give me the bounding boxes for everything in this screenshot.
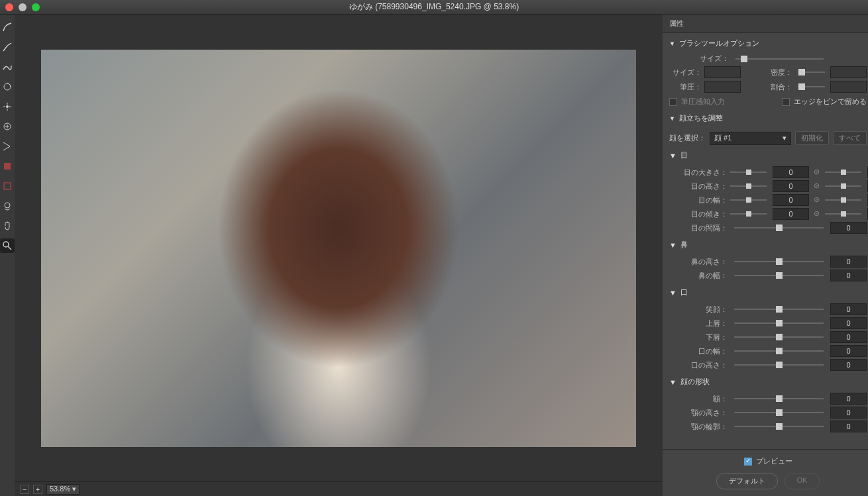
chevron-down-icon: ▼ bbox=[669, 378, 677, 386]
brush-size-slider[interactable] bbox=[735, 54, 824, 64]
section-brush-options[interactable]: ▼ブラシツールオプション bbox=[669, 33, 867, 54]
forehead-input[interactable]: 0 bbox=[830, 393, 867, 405]
face-select-dropdown[interactable]: 顔 #1▾ bbox=[710, 132, 791, 145]
thaw-mask-tool[interactable] bbox=[0, 179, 15, 193]
jawline-slider[interactable] bbox=[734, 422, 824, 431]
chevron-down-icon: ▼ bbox=[669, 115, 675, 122]
default-button[interactable]: デフォルト bbox=[716, 473, 778, 489]
statusbar: − + 53.8% ▾ bbox=[15, 481, 663, 496]
pucker-tool[interactable] bbox=[0, 99, 15, 114]
link-icon[interactable]: ⊘ bbox=[812, 181, 821, 191]
mouth-lower-slider[interactable] bbox=[734, 332, 824, 342]
chin-height-slider[interactable] bbox=[734, 408, 824, 417]
subsection-mouth[interactable]: ▼口 bbox=[669, 283, 867, 301]
nose-height-slider[interactable] bbox=[734, 257, 824, 266]
forward-warp-tool[interactable] bbox=[0, 20, 15, 34]
pin-edges-checkbox[interactable]: エッジをピンで留める bbox=[782, 97, 867, 107]
mouth-upper-slider[interactable] bbox=[734, 319, 824, 328]
face-all-button[interactable]: すべて bbox=[833, 131, 867, 145]
smooth-tool[interactable] bbox=[0, 60, 15, 74]
svg-rect-4 bbox=[4, 183, 11, 189]
svg-point-1 bbox=[6, 105, 9, 108]
chevron-down-icon: ▼ bbox=[669, 152, 677, 160]
mouth-upper-input[interactable]: 0 bbox=[830, 317, 867, 329]
chevron-down-icon: ▼ bbox=[669, 289, 677, 297]
brush-pressure-input[interactable] bbox=[704, 81, 741, 93]
window-maximize-button[interactable] bbox=[32, 3, 40, 11]
brush-rate-input[interactable] bbox=[830, 81, 867, 93]
chevron-down-icon: ▾ bbox=[783, 134, 787, 142]
zoom-in-button[interactable]: + bbox=[33, 485, 42, 494]
link-icon[interactable]: ⊘ bbox=[812, 209, 821, 219]
eye-height-left-slider[interactable] bbox=[730, 183, 767, 189]
zoom-out-button[interactable]: − bbox=[20, 485, 29, 494]
bloat-tool[interactable] bbox=[0, 119, 15, 134]
stylus-pressure-checkbox[interactable]: 筆圧感知入力 bbox=[669, 97, 725, 107]
subsection-face-shape[interactable]: ▼顔の形状 bbox=[669, 373, 867, 391]
jawline-input[interactable]: 0 bbox=[830, 421, 867, 432]
svg-rect-3 bbox=[4, 163, 11, 170]
face-tool[interactable] bbox=[0, 199, 15, 213]
eye-distance-input[interactable]: 0 bbox=[830, 222, 867, 234]
nose-width-slider[interactable] bbox=[734, 271, 824, 280]
svg-point-6 bbox=[3, 242, 9, 247]
twirl-tool[interactable] bbox=[0, 79, 15, 94]
window-title: ゆがみ (7589930496_IMG_5240.JPG @ 53.8%) bbox=[349, 1, 519, 13]
section-face-aware[interactable]: ▼顔立ちを調整 bbox=[669, 108, 867, 128]
chevron-down-icon: ▼ bbox=[669, 40, 675, 47]
panel-header: 属性 bbox=[663, 15, 868, 33]
eye-tilt-left-slider[interactable] bbox=[730, 211, 767, 217]
eye-height-right-slider[interactable] bbox=[825, 183, 861, 189]
canvas-image[interactable] bbox=[41, 50, 636, 447]
mouth-width-slider[interactable] bbox=[734, 346, 824, 356]
subsection-eyes[interactable]: ▼目 bbox=[669, 146, 867, 164]
window-close-button[interactable] bbox=[5, 3, 13, 11]
titlebar: ゆがみ (7589930496_IMG_5240.JPG @ 53.8%) bbox=[0, 0, 868, 15]
eye-size-right-slider[interactable] bbox=[825, 170, 861, 175]
eye-tilt-right-slider[interactable] bbox=[825, 211, 861, 217]
face-select-label: 顔を選択： bbox=[669, 133, 706, 143]
hand-tool[interactable] bbox=[0, 219, 15, 233]
eye-width-right-slider[interactable] bbox=[825, 197, 861, 203]
mouth-width-input[interactable]: 0 bbox=[830, 345, 867, 357]
eye-height-left-input[interactable]: 0 bbox=[773, 180, 809, 192]
toolbar bbox=[0, 15, 15, 496]
chevron-down-icon: ▼ bbox=[669, 241, 677, 249]
eye-size-left-slider[interactable] bbox=[730, 170, 767, 175]
svg-point-5 bbox=[5, 203, 10, 208]
eye-width-left-input[interactable]: 0 bbox=[773, 194, 809, 206]
eye-width-left-slider[interactable] bbox=[730, 197, 767, 203]
eye-tilt-left-input[interactable]: 0 bbox=[773, 208, 809, 220]
nose-width-input[interactable]: 0 bbox=[830, 270, 867, 281]
link-icon[interactable]: ⊘ bbox=[812, 168, 821, 177]
freeze-mask-tool[interactable] bbox=[0, 159, 15, 174]
brush-density-input[interactable] bbox=[830, 66, 867, 78]
ok-button[interactable]: OK bbox=[785, 473, 820, 489]
mouth-smile-slider[interactable] bbox=[734, 305, 824, 314]
link-icon[interactable]: ⊘ bbox=[812, 195, 821, 205]
push-left-tool[interactable] bbox=[0, 139, 15, 154]
eye-size-left-input[interactable]: 0 bbox=[773, 166, 809, 178]
eye-distance-slider[interactable] bbox=[734, 223, 824, 232]
brush-size-input[interactable] bbox=[704, 66, 741, 78]
properties-panel: 属性 ▼ブラシツールオプション サイズ： サイズ： 密度： bbox=[663, 15, 868, 496]
window-minimize-button[interactable] bbox=[19, 3, 27, 11]
canvas-area: − + 53.8% ▾ bbox=[15, 15, 663, 496]
brush-density-slider[interactable] bbox=[798, 68, 825, 77]
mouth-height-slider[interactable] bbox=[734, 360, 824, 370]
subsection-nose[interactable]: ▼鼻 bbox=[669, 236, 867, 254]
forehead-slider[interactable] bbox=[734, 394, 824, 403]
zoom-level-select[interactable]: 53.8% ▾ bbox=[46, 484, 80, 495]
chin-height-input[interactable]: 0 bbox=[830, 407, 867, 419]
mouth-lower-input[interactable]: 0 bbox=[830, 331, 867, 343]
nose-height-input[interactable]: 0 bbox=[830, 256, 867, 268]
brush-rate-slider[interactable] bbox=[798, 82, 825, 91]
preview-checkbox[interactable]: プレビュー bbox=[744, 456, 792, 466]
mouth-smile-input[interactable]: 0 bbox=[830, 303, 867, 315]
panel-footer: プレビュー デフォルト OK bbox=[663, 449, 868, 496]
brush-size-label: サイズ： bbox=[669, 54, 729, 64]
face-reset-button[interactable]: 初期化 bbox=[795, 131, 829, 145]
mouth-height-input[interactable]: 0 bbox=[830, 359, 867, 371]
reconstruct-tool[interactable] bbox=[0, 40, 15, 54]
zoom-tool[interactable] bbox=[0, 238, 15, 253]
